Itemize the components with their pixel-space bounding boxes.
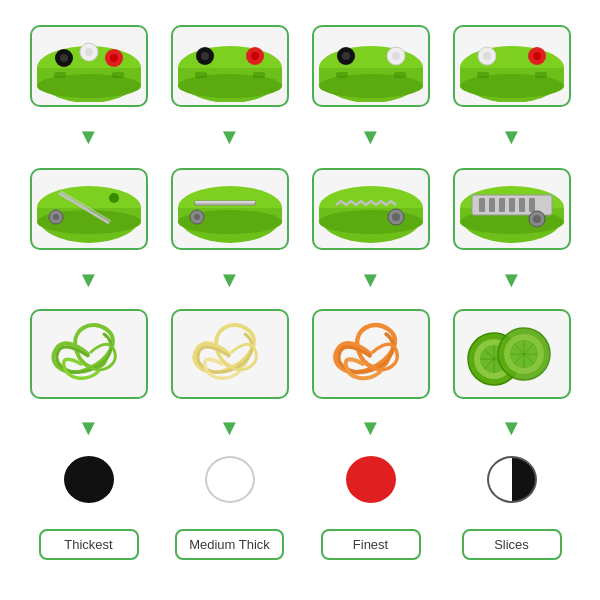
- label-slices-text: Slices: [494, 537, 529, 552]
- svg-rect-27: [394, 72, 406, 78]
- label-finest-text: Finest: [353, 537, 388, 552]
- label-finest: Finest: [300, 517, 441, 572]
- svg-rect-36: [477, 72, 489, 78]
- svg-rect-72: [499, 198, 505, 212]
- svg-point-64: [392, 213, 400, 221]
- svg-point-29: [342, 52, 350, 60]
- svg-point-77: [533, 215, 541, 223]
- svg-point-31: [392, 52, 400, 60]
- circle-thickest: [18, 452, 159, 507]
- svg-rect-71: [489, 198, 495, 212]
- svg-point-9: [85, 48, 93, 56]
- blade-finest: [300, 161, 441, 256]
- arrow-1: ▼: [18, 123, 159, 151]
- arrow-9: ▼: [18, 414, 159, 442]
- label-medium-text: Medium Thick: [189, 537, 270, 552]
- svg-point-25: [319, 74, 423, 98]
- svg-rect-56: [195, 201, 255, 203]
- main-container: ▼ ▼ ▼ ▼: [10, 10, 590, 590]
- label-thickest-text: Thickest: [64, 537, 112, 552]
- svg-point-39: [483, 52, 491, 60]
- food-finest: [300, 304, 441, 404]
- svg-rect-16: [195, 72, 207, 78]
- circle-slices: [441, 452, 582, 507]
- blade-thickest: [18, 161, 159, 256]
- label-medium: Medium Thick: [159, 517, 300, 572]
- blade-slices: [441, 161, 582, 256]
- arrow-5: ▼: [18, 266, 159, 294]
- label-thickest: Thickest: [18, 517, 159, 572]
- svg-point-11: [110, 54, 118, 62]
- svg-rect-17: [253, 72, 265, 78]
- svg-point-19: [201, 52, 209, 60]
- arrow-10: ▼: [159, 414, 300, 442]
- arrow-7: ▼: [300, 266, 441, 294]
- arrow-11: ▼: [300, 414, 441, 442]
- svg-point-3: [37, 74, 141, 98]
- arrow-6: ▼: [159, 266, 300, 294]
- svg-point-62: [319, 210, 423, 234]
- svg-point-58: [194, 214, 200, 220]
- food-medium: [159, 304, 300, 404]
- top-device-medium: [159, 18, 300, 113]
- arrow-2: ▼: [159, 123, 300, 151]
- circle-medium: [159, 452, 300, 507]
- svg-point-41: [533, 52, 541, 60]
- svg-point-49: [53, 214, 59, 220]
- label-slices: Slices: [441, 517, 582, 572]
- arrow-12: ▼: [441, 414, 582, 442]
- top-device-thickest: [18, 18, 159, 113]
- top-device-finest: [300, 18, 441, 113]
- svg-point-15: [178, 74, 282, 98]
- svg-rect-4: [54, 72, 66, 78]
- top-device-slices: [441, 18, 582, 113]
- food-slices: [441, 304, 582, 404]
- svg-rect-74: [519, 198, 525, 212]
- svg-point-21: [251, 52, 259, 60]
- svg-rect-37: [535, 72, 547, 78]
- circle-finest: [300, 452, 441, 507]
- arrow-8: ▼: [441, 266, 582, 294]
- svg-rect-5: [112, 72, 124, 78]
- arrow-3: ▼: [300, 123, 441, 151]
- svg-rect-73: [509, 198, 515, 212]
- food-thickest: [18, 304, 159, 404]
- svg-point-35: [460, 74, 564, 98]
- arrow-4: ▼: [441, 123, 582, 151]
- svg-rect-70: [479, 198, 485, 212]
- svg-rect-26: [336, 72, 348, 78]
- svg-point-7: [60, 54, 68, 62]
- blade-medium: [159, 161, 300, 256]
- svg-rect-75: [529, 198, 535, 212]
- svg-point-50: [109, 193, 119, 203]
